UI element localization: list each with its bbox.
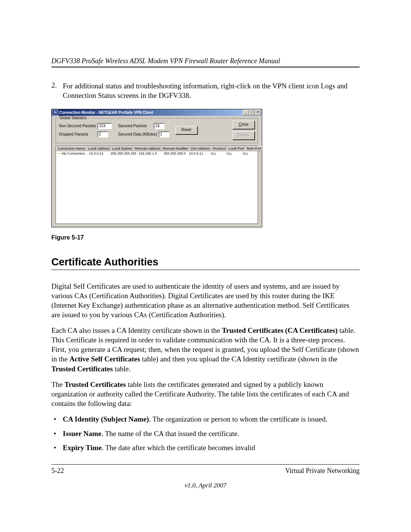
table-row[interactable]: ⊶ My Connection… 10.0.0.12 255.255.255.2…	[56, 151, 258, 156]
col-connection-name[interactable]: Connection Name	[56, 146, 86, 151]
non-secured-label: Non-Secured Packets	[59, 124, 96, 128]
col-local-port[interactable]: Local Port	[227, 146, 245, 151]
close-button[interactable]: Close	[233, 121, 255, 129]
text: table.	[113, 365, 131, 373]
group-legend: Global Statistics	[58, 116, 88, 120]
step-number: 2.	[51, 80, 61, 90]
minimize-icon[interactable]: _	[243, 110, 249, 115]
bold-text: Issuer Name	[63, 430, 102, 438]
text: . The name of the CA that issued the cer…	[102, 430, 239, 438]
list-item: Issuer Name. The name of the CA that iss…	[51, 429, 360, 439]
secured-pkts-label: Secured Packets	[118, 124, 147, 128]
col-remote-address[interactable]: Remote Address	[134, 146, 161, 151]
figure-label: Figure 5-17	[51, 234, 360, 241]
secured-pkts-field[interactable]: 14	[154, 123, 164, 129]
bold-text: CA Identity (Subject Name)	[63, 415, 149, 423]
bold-text: Active Self Certificates	[70, 355, 140, 363]
col-local-address[interactable]: Local Address	[86, 146, 110, 151]
bullet-list: CA Identity (Subject Name). The organiza…	[51, 414, 360, 453]
cell-connection-name: My Connection…	[62, 152, 88, 155]
paragraph: Digital Self Certificates are used to au…	[51, 281, 360, 320]
global-statistics-group: Global Statistics Non-Secured Packets 31…	[56, 118, 258, 143]
col-rem-port[interactable]: Rem Port	[245, 146, 263, 151]
cell-remote-address: 192.168.1.0	[137, 151, 162, 156]
close-icon[interactable]: ×	[255, 110, 261, 115]
list-item: Expiry Time. The date after which the ce…	[51, 443, 360, 453]
col-gw-address[interactable]: GW Address	[189, 146, 212, 151]
step-text: For additional status and troubleshootin…	[63, 81, 360, 101]
section-heading: Certificate Authorities	[51, 256, 360, 270]
dropped-field[interactable]: 2	[97, 131, 108, 137]
text: Each CA also issues a CA Identity certif…	[51, 326, 222, 334]
bold-text: Expiry Time	[63, 444, 102, 452]
cell-local-subnet: 255.255.255.255	[110, 151, 138, 156]
text: . The organization or person to whom the…	[149, 415, 327, 423]
paragraph: Each CA also issues a CA Identity certif…	[51, 326, 360, 373]
version-line: v1.0, April 2007	[51, 482, 360, 489]
col-remote-modifier[interactable]: Remote Modifier	[161, 146, 189, 151]
dropped-label: Dropped Packets	[59, 132, 88, 136]
table-header: Connection Name Local Address Local Subn…	[56, 146, 258, 151]
app-icon: N	[53, 110, 58, 115]
running-header: DGFV338 ProSafe Wireless ADSL Modem VPN …	[51, 57, 360, 67]
bold-text: Trusted Certificates (CA Certificates)	[222, 326, 338, 334]
numbered-step: 2. For additional status and troubleshoo…	[51, 80, 360, 101]
bold-text: Trusted Certificates	[51, 365, 113, 373]
cell-local-address: 10.0.0.12	[88, 151, 110, 156]
secured-data-field[interactable]: 1	[159, 131, 169, 137]
text: The	[51, 380, 64, 388]
cell-gw-address: 10.0.0.11	[188, 151, 209, 156]
page-footer: 5-22 Virtual Private Networking	[51, 464, 360, 475]
page-number: 5-22	[51, 467, 64, 475]
connections-table: Connection Name Local Address Local Subn…	[56, 145, 258, 224]
text: table) and then you upload the CA Identi…	[140, 355, 337, 363]
bold-text: Trusted Certificates	[64, 380, 126, 388]
cell-protocol: ALL	[209, 151, 225, 156]
details-button: Details	[233, 131, 255, 140]
paragraph: The Trusted Certificates table lists the…	[51, 380, 360, 408]
reset-button[interactable]: Reset	[175, 126, 198, 134]
non-secured-field[interactable]: 319	[97, 123, 112, 129]
list-item: CA Identity (Subject Name). The organiza…	[51, 414, 360, 424]
col-protocol[interactable]: Protocol	[211, 146, 227, 151]
dialog-titlebar: N Connection Monitor - NETGEAR ProSafe V…	[52, 109, 262, 116]
dialog-title: Connection Monitor - NETGEAR ProSafe VPN…	[59, 110, 153, 115]
cell-remote-modifier: 255.255.255.0	[162, 151, 188, 156]
maximize-icon[interactable]: □	[249, 110, 255, 115]
footer-section: Virtual Private Networking	[285, 467, 360, 475]
cell-rem-port: ALL	[241, 151, 258, 156]
col-local-subnet[interactable]: Local Subnet	[110, 146, 134, 151]
cell-local-port: ALL	[225, 151, 241, 156]
connection-monitor-dialog: N Connection Monitor - NETGEAR ProSafe V…	[51, 109, 262, 227]
text: . The date after which the certificate b…	[102, 444, 255, 452]
key-icon: ⊶	[57, 152, 61, 155]
secured-data-label: Secured Data (KBytes)	[118, 132, 157, 136]
